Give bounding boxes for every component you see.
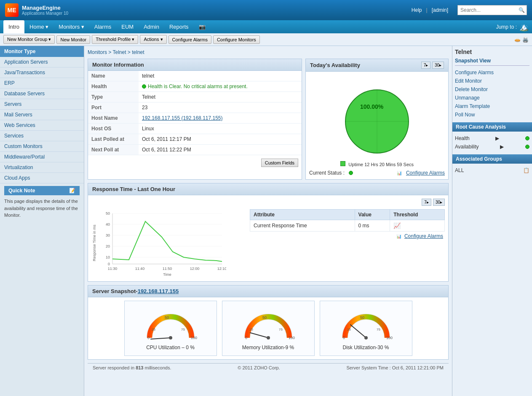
right-unmanage[interactable]: Unmanage xyxy=(455,94,529,102)
jump-to: Jump to : 🏔️ xyxy=(496,20,529,33)
current-status-row: Current Status : 📊 Configure Alarms xyxy=(309,170,445,176)
svg-point-37 xyxy=(267,336,270,339)
svg-text:25: 25 xyxy=(152,328,155,331)
current-status-dot xyxy=(349,171,353,175)
search-icon[interactable]: 🔍 xyxy=(517,5,527,15)
hostname-link[interactable]: 192.168.117.155 (192.168.117.155) xyxy=(142,115,223,121)
breadcrumb-current: telnet xyxy=(132,49,144,55)
svg-text:11:40: 11:40 xyxy=(135,267,145,271)
svg-text:50: 50 xyxy=(360,315,364,320)
sidebar-item-middleware[interactable]: Middleware/Portal xyxy=(0,152,84,162)
sidebar-item-cloud[interactable]: Cloud Apps xyxy=(0,173,84,183)
configure-alarms-btn[interactable]: Configure Alarms xyxy=(168,35,211,44)
info-lastpoll-value: Oct 6, 2011 12:17 PM xyxy=(139,134,302,145)
right-configure-alarms[interactable]: Configure Alarms xyxy=(455,68,529,77)
quick-note-edit-icon[interactable]: 📝 xyxy=(69,188,75,194)
monitor-info-panel: Monitor Information Name telnet Health H… xyxy=(88,59,302,180)
monitor-info-row: Monitor Information Name telnet Health H… xyxy=(88,59,449,183)
help-link[interactable]: Help xyxy=(412,7,422,13)
assoc-groups-title: Associated Groups xyxy=(452,154,532,164)
toolbar-right: 🥧 🖨️ xyxy=(514,37,529,43)
availability-header: Today's Availability 7▸ 30▸ xyxy=(306,59,448,72)
nav-intro[interactable]: Intro xyxy=(3,20,24,33)
toolbar: New Monitor Group ▾ New Monitor Threshol… xyxy=(0,33,532,46)
sidebar-item-mail[interactable]: Mail Servers xyxy=(0,110,84,120)
threshold-profile-btn[interactable]: Threshold Profile ▾ xyxy=(92,35,138,44)
assoc-icon[interactable]: 📋 xyxy=(523,167,529,173)
avail-7d-btn[interactable]: 7▸ xyxy=(421,62,431,69)
nav-alarms[interactable]: Alarms xyxy=(89,20,116,33)
snapshot-view-title[interactable]: Snapshot View xyxy=(455,58,529,66)
info-row-port: Port 23 xyxy=(88,102,302,113)
resp-configure-alarms-link[interactable]: Configure Alarms xyxy=(404,233,443,239)
search-input[interactable] xyxy=(458,5,517,15)
footer-copyright: © 2011 ZOHO Corp. xyxy=(171,365,347,370)
cpu-gauge-svg: 0 50 100 25 75 xyxy=(143,306,198,340)
sidebar-item-db-servers[interactable]: Database Servers xyxy=(0,89,84,99)
rca-health-arrow[interactable]: ▶ xyxy=(495,135,499,141)
configure-icon: 📊 xyxy=(397,171,402,175)
nav-bar: Intro Home ▾ Monitors ▾ Alarms EUM Admin… xyxy=(0,20,532,33)
print-icon[interactable]: 🖨️ xyxy=(522,37,529,43)
rca-availability-arrow[interactable]: ▶ xyxy=(500,144,504,150)
new-monitor-btn[interactable]: New Monitor xyxy=(56,35,90,44)
svg-text:25: 25 xyxy=(249,328,253,331)
right-delete-monitor[interactable]: Delete Monitor xyxy=(455,85,529,94)
logo-area: ME ManageEngine Applications Manager 10 xyxy=(5,3,68,17)
svg-text:30: 30 xyxy=(106,233,110,237)
sidebar-title: Monitor Type xyxy=(0,46,84,57)
custom-fields-btn[interactable]: Custom Fields xyxy=(261,159,298,167)
admin-menu[interactable]: [admin] xyxy=(432,7,448,13)
nav-icon[interactable]: 📷 xyxy=(194,20,211,33)
svg-text:50: 50 xyxy=(164,315,168,320)
disk-gauge-svg: 0 50 100 25 75 xyxy=(339,306,393,340)
svg-text:Response Time in ms: Response Time in ms xyxy=(92,224,96,261)
nav-reports[interactable]: Reports xyxy=(164,20,194,33)
svg-text:11:50: 11:50 xyxy=(163,267,172,271)
info-row-lastpoll: Last Polled at Oct 6, 2011 12:17 PM xyxy=(88,134,302,145)
response-chart: Response Time in ms 0 xyxy=(91,209,243,278)
sidebar-item-services[interactable]: Services xyxy=(0,131,84,141)
response-attr-table: Attribute Value Threshold Current Respon… xyxy=(250,209,445,232)
sidebar: Monitor Type Application Servers Java/Tr… xyxy=(0,46,84,396)
right-edit-monitor[interactable]: Edit Monitor xyxy=(455,77,529,85)
sidebar-item-virtualization[interactable]: Virtualization xyxy=(0,162,84,173)
avail-configure-alarms-link[interactable]: Configure Alarms xyxy=(406,170,445,176)
svg-text:75: 75 xyxy=(377,328,380,331)
gauges-row: 0 50 100 25 75 CPU Utilization – 0 % xyxy=(91,301,445,356)
disk-gauge-card: 0 50 100 25 75 Disk Utilization-30 % xyxy=(320,301,412,356)
sidebar-item-servers[interactable]: Servers xyxy=(0,99,84,110)
svg-text:12:10: 12:10 xyxy=(217,267,226,271)
nav-monitors[interactable]: Monitors ▾ xyxy=(53,20,89,33)
nav-home[interactable]: Home ▾ xyxy=(24,20,53,33)
right-alarm-template[interactable]: Alarm Template xyxy=(455,102,529,110)
breadcrumb-telnet-cat[interactable]: Telnet xyxy=(112,49,126,55)
quick-note: Quick Note 📝 This page displays the deta… xyxy=(0,183,84,224)
svg-text:100.00%: 100.00% xyxy=(360,103,384,110)
sidebar-item-erp[interactable]: ERP xyxy=(0,78,84,89)
right-poll-now[interactable]: Poll Now xyxy=(455,110,529,119)
new-monitor-group-btn[interactable]: New Monitor Group ▾ xyxy=(3,35,55,44)
gauges-section: 0 50 100 25 75 CPU Utilization – 0 % xyxy=(88,297,448,359)
header: ME ManageEngine Applications Manager 10 … xyxy=(0,0,532,20)
threshold-icon[interactable]: 📈 xyxy=(393,222,401,229)
breadcrumb-monitors[interactable]: Monitors xyxy=(88,49,107,55)
svg-text:0: 0 xyxy=(108,262,110,266)
sidebar-item-java[interactable]: Java/Transactions xyxy=(0,67,84,78)
quick-note-text: This page displays the details of the av… xyxy=(4,195,80,221)
footer-server-time: Server System Time : Oct 6, 2011 12:21:0… xyxy=(347,365,444,370)
snapshot-host-link[interactable]: 192.168.117.155 xyxy=(138,288,179,294)
nav-admin[interactable]: Admin xyxy=(139,20,164,33)
sidebar-item-custom[interactable]: Custom Monitors xyxy=(0,141,84,152)
resp-30d-btn[interactable]: 30▸ xyxy=(433,199,445,206)
avail-30d-btn[interactable]: 30▸ xyxy=(432,62,444,69)
jump-to-icon[interactable]: 🏔️ xyxy=(519,22,529,32)
resp-7d-btn[interactable]: 7▸ xyxy=(422,199,431,206)
configure-monitors-btn[interactable]: Configure Monitors xyxy=(213,35,260,44)
actions-btn[interactable]: Actions ▾ xyxy=(140,35,166,44)
sidebar-item-app-servers[interactable]: Application Servers xyxy=(0,57,84,67)
svg-text:0: 0 xyxy=(245,336,247,340)
svg-text:100: 100 xyxy=(191,336,197,340)
sidebar-item-web-services[interactable]: Web Services xyxy=(0,120,84,131)
nav-eum[interactable]: EUM xyxy=(116,20,139,33)
